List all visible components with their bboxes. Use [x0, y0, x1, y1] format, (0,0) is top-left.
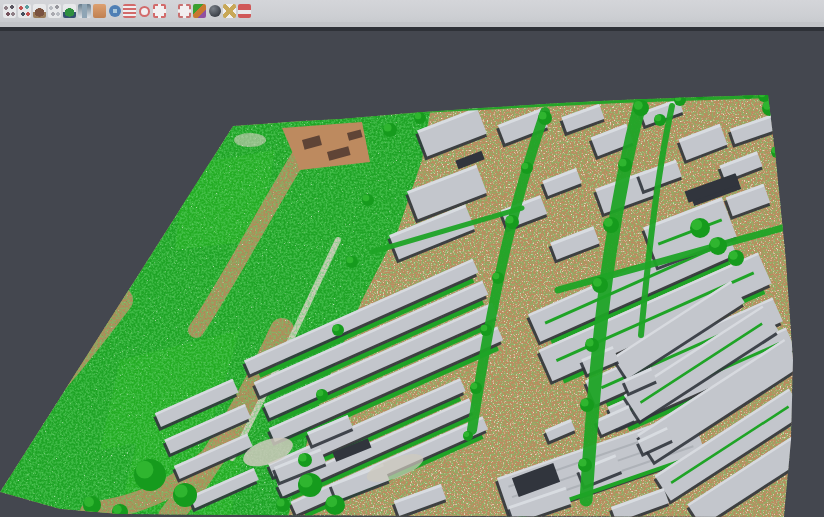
red-stripes-icon[interactable] [122, 1, 137, 21]
sparse-points-icon[interactable] [47, 1, 62, 21]
dashed-region-icon[interactable] [177, 1, 192, 21]
application-window: { "app": { "kind": "3d-point-cloud-viewe… [0, 0, 824, 517]
scene-canvas [0, 31, 824, 517]
main-toolbar [0, 0, 824, 22]
column-slice-icon[interactable] [77, 1, 92, 21]
classification-raster-icon[interactable] [192, 1, 207, 21]
terrain-hill-green-icon[interactable] [62, 1, 77, 21]
selection-brackets-icon[interactable] [152, 1, 167, 21]
orange-tile-icon[interactable] [92, 1, 107, 21]
globe-sync-icon[interactable] [107, 1, 122, 21]
dark-sphere-icon[interactable] [207, 1, 222, 21]
yellow-cross-icon[interactable] [222, 1, 237, 21]
viewport-3d[interactable] [0, 31, 824, 517]
colored-points-icon[interactable] [17, 1, 32, 21]
terrain-hill-brown-icon[interactable] [32, 1, 47, 21]
red-circle-target-icon[interactable] [137, 1, 152, 21]
mottled-points-icon[interactable] [2, 1, 17, 21]
red-flag-icon[interactable] [237, 1, 252, 21]
